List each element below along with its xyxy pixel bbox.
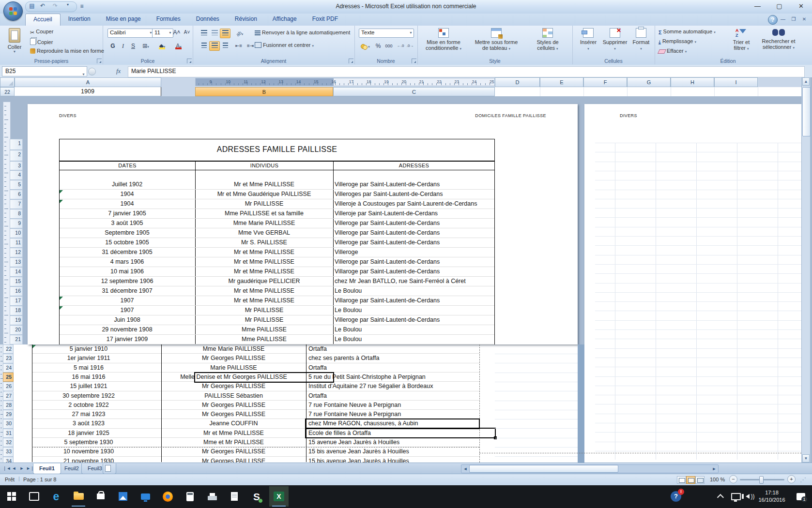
first-sheet-icon[interactable]: ❘◄ xyxy=(3,465,10,472)
table-header-dates[interactable]: DATES xyxy=(59,161,196,170)
workbook-restore-icon[interactable]: ❐ xyxy=(789,15,798,23)
table-header-individus[interactable]: INDIVIDUS xyxy=(195,161,334,170)
number-format-select[interactable]: Texte▼ xyxy=(359,29,414,38)
ribbon-tab-affichage[interactable]: Affichage xyxy=(265,14,305,26)
cell-date[interactable]: 18 janvier 1925 xyxy=(32,430,145,436)
thousands-icon[interactable]: 000 xyxy=(383,41,394,51)
column-header-g[interactable]: G xyxy=(627,77,671,87)
row-header-10[interactable]: 10 xyxy=(10,228,23,238)
excel-icon[interactable]: X xyxy=(269,486,289,507)
cell-individus[interactable]: Mr Georges PAILLISSE xyxy=(161,383,306,389)
align-bottom-icon[interactable] xyxy=(220,29,230,38)
font-size-select[interactable]: 11▼ xyxy=(152,29,173,38)
network-tray-icon[interactable] xyxy=(729,486,743,507)
row-header-33[interactable]: 33 xyxy=(3,447,14,456)
cell-date[interactable]: 5 mai 1916 xyxy=(32,364,145,371)
prev-sheet-icon[interactable]: ◄ xyxy=(11,465,17,472)
cell-date[interactable]: 3 août 1923 xyxy=(32,420,145,427)
minimize-button[interactable]: — xyxy=(747,0,768,13)
cell-individus[interactable]: Mme PAILLISSE et sa famille xyxy=(195,210,333,217)
row-header-12[interactable]: 12 xyxy=(10,248,23,257)
cell-individus[interactable]: Mr et Mme PAILLISSE xyxy=(195,297,333,304)
align-center-icon[interactable] xyxy=(209,41,220,51)
autosum-button[interactable]: ΣSomme automatique ▾ xyxy=(659,29,716,36)
column-header-d[interactable]: D xyxy=(495,77,540,87)
cell-date[interactable]: 5 janvier 1910 xyxy=(32,345,145,352)
number-dialog-launcher-icon[interactable] xyxy=(412,59,416,63)
cell-adresse[interactable]: Le Boulou xyxy=(335,307,493,314)
cell-individus[interactable]: Mr Georges PAILLISSE xyxy=(161,355,306,361)
scroll-left-icon[interactable]: ◄ xyxy=(462,465,469,472)
column-header-i[interactable]: I xyxy=(714,77,758,87)
cell-adresse[interactable]: Ortaffa xyxy=(308,345,478,352)
cell-adresse[interactable]: Villaroge par Saint-Lautent-de-Cerdans xyxy=(335,268,493,275)
row-header-29[interactable]: 29 xyxy=(3,410,14,419)
cell-individus[interactable]: Mr gaudérique PELLICIER xyxy=(195,278,333,284)
cell-adresse[interactable]: Villeroje par Saint-Lautent-de-Cerdans xyxy=(335,210,493,217)
cell-adresse[interactable]: 15 bis avenue Jean Jaurès à Houilles xyxy=(308,448,478,455)
cell-adresse[interactable]: Villaroge par Saint-Lautent-de-Cerdans xyxy=(335,297,493,304)
row-header-32[interactable]: 32 xyxy=(3,438,14,447)
zoom-in-icon[interactable]: + xyxy=(787,475,796,483)
ribbon-tab-mise-en-page[interactable]: Mise en page xyxy=(98,14,149,26)
page1-header-left[interactable]: DIVERS xyxy=(59,113,77,118)
cell-date[interactable]: 12 septembre 1906 xyxy=(59,278,195,284)
row-header-26[interactable]: 26 xyxy=(3,382,14,391)
cell-adresse[interactable]: chez ses parents à Ortaffa xyxy=(308,355,478,361)
cell-individus[interactable]: Mr S. PAILLISSE xyxy=(195,239,333,246)
row-header-16[interactable]: 16 xyxy=(10,286,23,296)
cell-adresse[interactable]: Le Boulou xyxy=(335,287,493,294)
help-icon[interactable]: ? xyxy=(768,15,778,25)
cell-adresse[interactable]: Villeroge xyxy=(335,249,493,255)
cell-adresse[interactable]: Villeroge par Saint-Lautent-de-Cerdans xyxy=(335,220,493,226)
grow-font-icon[interactable]: A˄ xyxy=(171,28,182,37)
cell-individus[interactable]: Mr et Mme PAILLISSE xyxy=(195,181,333,188)
formula-options-icon[interactable] xyxy=(88,68,96,75)
skype-icon[interactable]: S xyxy=(247,486,266,507)
cell-date[interactable]: 1er janvier 1911 xyxy=(32,355,145,361)
cell-date[interactable]: 1907 xyxy=(59,297,195,304)
row-header-3[interactable]: 3 xyxy=(10,161,23,170)
column-header-a[interactable]: A xyxy=(15,77,161,87)
cell-individus[interactable]: Mr PAILLISSE xyxy=(195,307,333,314)
row-header-28[interactable]: 28 xyxy=(3,401,14,410)
calculator-icon[interactable] xyxy=(180,486,199,507)
cell-individus[interactable]: Mr Georges PAILLISSE xyxy=(161,402,306,408)
paste-button[interactable]: Coller ▼ xyxy=(4,27,25,53)
select-all-corner[interactable] xyxy=(0,77,15,87)
task-view-icon[interactable] xyxy=(24,486,44,507)
row-header-31[interactable]: 31 xyxy=(3,429,14,438)
cell-adresse[interactable]: Villeroge par Saint-Lautent-de-Cerdans xyxy=(335,258,493,265)
cell-adresse[interactable]: 7 rue Fontaine Neuve à Perpignan xyxy=(308,402,478,408)
format-painter-button[interactable]: Reproduire la mise en forme xyxy=(30,48,104,56)
row-header-4[interactable]: 4 xyxy=(10,170,23,180)
currency-icon[interactable]: ▾ xyxy=(359,41,372,51)
row-header-25[interactable]: 25 xyxy=(3,373,14,382)
cell-date[interactable]: 27 mai 1923 xyxy=(32,411,145,418)
row-header-5[interactable]: 5 xyxy=(10,180,23,190)
notepad-icon[interactable] xyxy=(225,486,244,507)
row-header-2[interactable]: 2 xyxy=(10,150,23,161)
ribbon-tab-formules[interactable]: Formules xyxy=(149,14,188,26)
copy-button[interactable]: Copier xyxy=(30,38,53,46)
align-middle-icon[interactable] xyxy=(209,29,220,38)
workbook-minimize-icon[interactable]: — xyxy=(779,15,787,23)
row-header-7[interactable]: 7 xyxy=(10,199,23,209)
cell-adresse[interactable]: Institut d'Aquitaine 27 rue Ségalier à B… xyxy=(308,383,478,389)
cell-date[interactable]: 15 octobre 1905 xyxy=(59,239,195,246)
underline-button[interactable]: S xyxy=(128,41,138,51)
cell-date[interactable]: Juin 1908 xyxy=(59,316,195,323)
scroll-right-icon[interactable]: ► xyxy=(711,465,718,472)
fill-button[interactable]: ⤓Remplissage ▾ xyxy=(659,38,696,46)
cell-adresse[interactable]: Ortaffa xyxy=(308,364,478,371)
office-button[interactable] xyxy=(3,1,23,21)
cell-individus[interactable]: Mme PAILLISSE xyxy=(195,336,333,343)
row-header-21[interactable]: 21 xyxy=(10,335,23,344)
row-header-8[interactable]: 8 xyxy=(10,209,23,219)
pc-icon[interactable] xyxy=(136,486,155,507)
insert-function-icon[interactable]: fx xyxy=(116,67,121,75)
page2-header-left[interactable]: DIVERS xyxy=(620,113,637,118)
name-box[interactable]: B25▼ xyxy=(2,66,87,76)
firefox-icon[interactable] xyxy=(158,486,177,507)
shrink-font-icon[interactable]: A˅ xyxy=(182,28,192,37)
